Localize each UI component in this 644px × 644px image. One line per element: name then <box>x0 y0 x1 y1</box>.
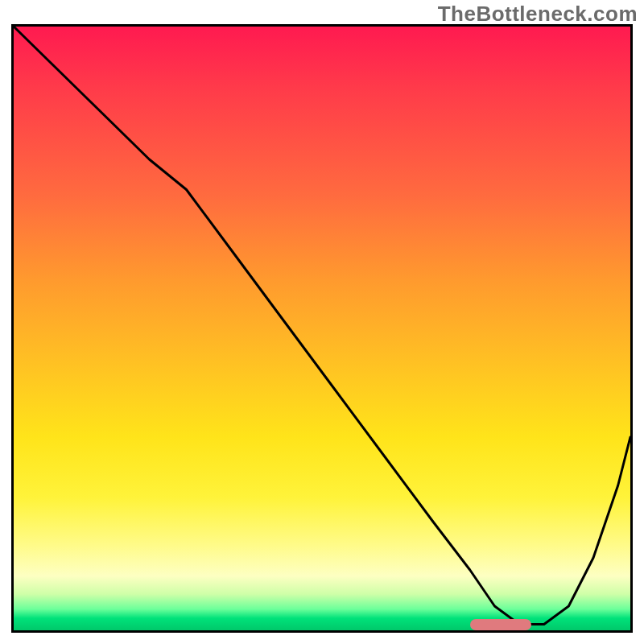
optimal-range-marker <box>470 619 532 630</box>
bottleneck-curve <box>14 27 630 625</box>
bottleneck-chart: TheBottleneck.com <box>0 0 644 644</box>
watermark-text: TheBottleneck.com <box>438 2 638 27</box>
curve-layer <box>14 27 630 630</box>
plot-area <box>11 24 633 633</box>
